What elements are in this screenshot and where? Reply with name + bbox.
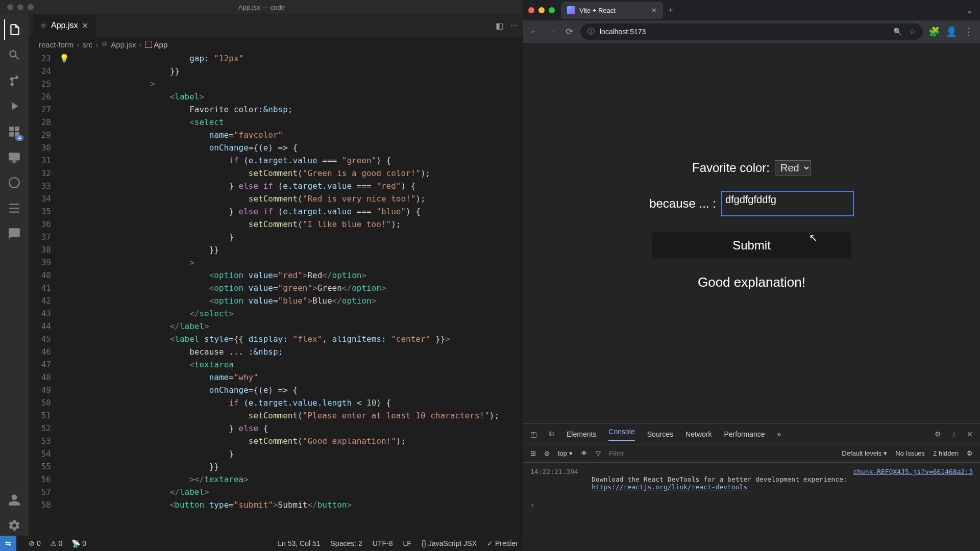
site-info-icon[interactable]: ⓘ [587,27,595,36]
max-dot[interactable] [28,4,34,10]
encoding[interactable]: UTF-8 [373,539,393,547]
editor-tabs: ⚛ App.jsx ✕ ◧ ··· [29,14,523,37]
tab-performance[interactable]: Performance [724,430,765,438]
context-select[interactable]: top ▾ [558,449,573,457]
hidden-count[interactable]: 2 hidden [933,449,959,457]
close-icon[interactable]: ✕ [82,21,88,31]
devtools-settings-icon[interactable]: ⚙ [935,430,941,438]
close-dot[interactable] [528,7,534,13]
macos-traffic-lights[interactable] [528,7,555,13]
forward-button: → [546,27,558,37]
settings-gear-icon[interactable] [4,515,24,536]
tab-elements[interactable]: Elements [567,430,596,438]
chevron-right-icon: › [139,40,142,49]
sidebar-toggle-icon[interactable]: ⊞ [530,449,536,457]
extensions-icon[interactable]: 4 [4,121,24,142]
run-debug-icon[interactable] [4,96,24,116]
vscode-window: App.jsx — code 4 ⚛ App.jsx [0,0,523,551]
vscode-titlebar[interactable]: App.jsx — code [0,0,523,14]
demo-form: Favorite color: Red because ... : Submit… [649,160,854,290]
extensions-badge: 4 [15,135,23,141]
code-editor[interactable]: 2324252627282930313233343536373839404142… [29,52,523,536]
indentation[interactable]: Spaces: 2 [331,539,362,547]
min-dot[interactable] [538,7,545,13]
browser-tab[interactable]: Vite + React ✕ [561,2,663,19]
because-textarea[interactable] [721,191,854,216]
search-icon[interactable] [4,45,24,65]
because-label: because ... : [649,196,716,211]
menu-icon[interactable]: ⋮ [963,26,975,37]
ports[interactable]: 📡 0 [71,539,86,547]
color-row: Favorite color: Red [692,160,811,176]
submit-button[interactable]: Submit [652,232,851,259]
log-source[interactable]: chunk-REFQX4J5.js?v=661468a2:3 [853,468,973,475]
vite-favicon [567,6,575,14]
chevron-down-icon[interactable]: ⌄ [966,6,980,15]
back-button[interactable]: ← [528,27,541,37]
log-levels[interactable]: Default levels ▾ [842,449,887,457]
bookmark-icon[interactable]: ☆ [909,28,916,36]
browser-window: Vite + React ✕ + ⌄ ← → ⟳ ⓘ localhost:517… [523,0,980,551]
new-tab-button[interactable]: + [668,5,674,16]
chat-icon[interactable] [4,223,24,244]
zoom-icon[interactable]: 🔍 [893,28,902,36]
source-control-icon[interactable] [4,70,24,91]
react-file-icon: ⚛ [101,40,108,49]
color-label: Favorite color: [692,161,770,175]
min-dot[interactable] [17,4,23,10]
log-link[interactable]: https://reactjs.org/link/react-devtools [592,483,747,491]
window-title: App.jsx — code [238,4,285,11]
breadcrumb-part[interactable]: App.jsx [111,40,136,49]
filter-icon: ▽ [596,449,601,457]
prettier-status[interactable]: ✓ Prettier [487,539,518,547]
close-dot[interactable] [7,4,13,10]
breadcrumb[interactable]: react-form › src › ⚛ App.jsx › App [29,37,523,52]
macos-traffic-lights[interactable] [7,4,34,10]
accounts-icon[interactable] [4,490,24,510]
tab-console[interactable]: Console [608,428,634,441]
console-output[interactable]: 14:22:21.394 chunk-REFQX4J5.js?v=661468a… [523,463,980,551]
console-settings-icon[interactable]: ⚙ [967,449,973,457]
warning-count[interactable]: ⚠ 0 [50,539,63,547]
profile-icon[interactable]: 👤 [945,26,958,37]
explorer-icon[interactable] [4,19,24,40]
editor-tab-active[interactable]: ⚛ App.jsx ✕ [33,14,95,37]
more-actions-icon[interactable]: ··· [510,21,517,31]
tab-sources[interactable]: Sources [647,430,673,438]
language-mode[interactable]: {} JavaScript JSX [422,539,477,547]
live-expression-icon[interactable]: 👁 [581,449,587,457]
tabs-overflow[interactable]: » [777,430,781,438]
split-editor-icon[interactable]: ◧ [496,21,503,31]
device-toggle-icon[interactable]: ⧉ [549,430,554,438]
filter-input[interactable] [609,449,834,457]
url-text: localhost:5173 [600,28,646,36]
cursor-position[interactable]: Ln 53, Col 51 [278,539,320,547]
devtools-close-icon[interactable]: ✕ [967,430,973,438]
issues[interactable]: No Issues [895,449,925,457]
devtools-menu-icon[interactable]: ⋮ [950,430,958,438]
copilot-icon[interactable] [4,172,24,193]
error-count[interactable]: ⊘ 0 [29,539,41,547]
remote-explorer-icon[interactable] [4,147,24,167]
breadcrumb-part[interactable]: react-form [39,40,74,49]
console-prompt[interactable]: › [530,501,973,509]
extensions-icon[interactable]: 🧩 [928,26,940,37]
eol[interactable]: LF [403,539,411,547]
feedback-message: Good explanation! [698,274,805,290]
breadcrumb-part[interactable]: src [82,40,92,49]
inspect-icon[interactable]: ◰ [530,430,537,438]
clear-console-icon[interactable]: ⊘ [544,449,550,457]
testing-icon[interactable] [4,198,24,218]
browser-tab-strip: Vite + React ✕ + ⌄ [523,0,980,20]
color-select[interactable]: Red [775,160,811,176]
svg-point-0 [9,178,19,188]
tab-network[interactable]: Network [685,430,712,438]
address-bar[interactable]: ⓘ localhost:5173 🔍 ☆ [580,23,923,40]
remote-indicator[interactable]: ⇆ [0,536,16,551]
chevron-right-icon: › [77,40,79,49]
browser-toolbar: ← → ⟳ ⓘ localhost:5173 🔍 ☆ 🧩 👤 ⋮ [523,20,980,43]
max-dot[interactable] [549,7,555,13]
breadcrumb-symbol[interactable]: App [145,40,168,49]
reload-button[interactable]: ⟳ [563,26,575,37]
close-icon[interactable]: ✕ [651,7,657,14]
